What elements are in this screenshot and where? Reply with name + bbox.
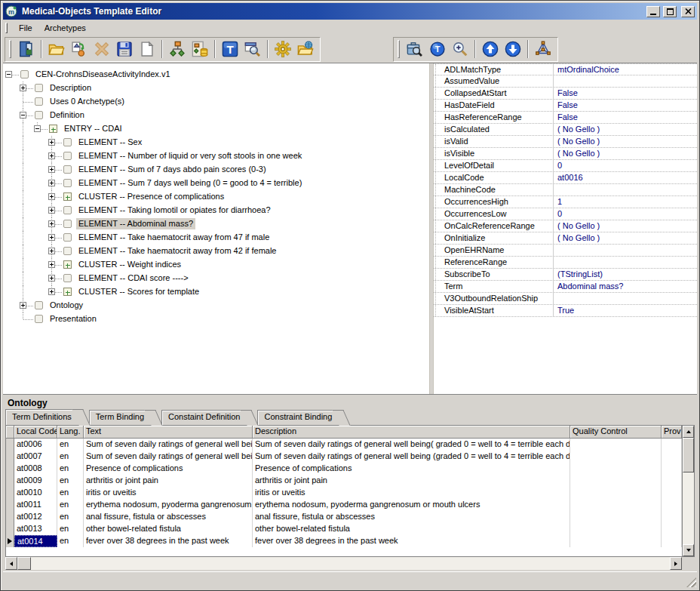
cell-lang[interactable]: en (57, 511, 84, 523)
tree-item-label[interactable]: ELEMENT -- Number of liquid or very soft… (76, 150, 304, 162)
collapse-icon[interactable] (20, 112, 26, 119)
table-row[interactable]: at0014enfever over 38 degrees in the pas… (6, 535, 682, 547)
zoom-in-button[interactable] (449, 38, 471, 60)
cell-quality-control[interactable] (570, 499, 662, 511)
tree-item[interactable]: ELEMENT -- Take haematocrit away from 42… (3, 245, 429, 258)
column-header-quality-control[interactable]: Quality Control (570, 426, 662, 439)
collapse-icon[interactable] (34, 125, 41, 132)
item-checkbox[interactable] (63, 179, 72, 187)
cell-text[interactable]: other bowel-related fistula (84, 523, 253, 535)
property-value[interactable]: False (554, 100, 697, 111)
cell-description[interactable]: Presence of complications (253, 463, 570, 475)
table-row[interactable]: at0010eniritis or uveitisiritis or uveit… (6, 487, 682, 499)
tree-item-label[interactable]: Definition (48, 109, 87, 121)
property-value[interactable]: mtOrdinalChoice (554, 64, 697, 75)
cell-lang[interactable]: en (57, 535, 84, 547)
maximize-button[interactable] (663, 6, 677, 17)
column-header-description[interactable]: Description (253, 426, 570, 439)
close-button[interactable] (681, 6, 695, 17)
expand-icon[interactable] (48, 180, 55, 186)
cell-description[interactable]: Sum of seven daily ratings of general we… (253, 439, 570, 451)
band-grip[interactable] (398, 40, 400, 58)
property-value[interactable] (554, 245, 697, 256)
cell-quality-control[interactable] (570, 535, 662, 547)
cell-prov[interactable] (662, 499, 682, 511)
cell-quality-control[interactable] (570, 463, 662, 475)
cell-text[interactable]: erythema nodosum, pyoderma gangrenosum o… (84, 499, 253, 511)
tree-data-button[interactable] (189, 38, 211, 60)
cell-text[interactable]: anal fissure, fistula or abscesses (84, 511, 253, 523)
tree-item-label[interactable]: ELEMENT -- Sum of 7 days abdo pain score… (76, 164, 269, 175)
cell-local-code[interactable]: at0007 (14, 451, 57, 463)
tree-item[interactable]: Presentation (3, 312, 429, 326)
tree-item[interactable]: ELEMENT -- CDAI score ----> (3, 272, 429, 285)
collapse-icon[interactable] (5, 71, 12, 78)
cell-lang[interactable]: en (57, 487, 84, 499)
tree-item[interactable]: CLUSTER -- Scores for template (3, 285, 429, 299)
tree-item[interactable]: CEN-CrohnsDiseaseActivityIndex.v1 (3, 68, 429, 82)
property-value[interactable]: True (554, 305, 697, 316)
cell-lang[interactable]: en (57, 523, 84, 535)
expand-icon[interactable] (48, 166, 55, 173)
tab-term-binding[interactable]: Term Binding (89, 410, 155, 425)
property-value[interactable]: 0 (554, 208, 697, 220)
tree-view-button[interactable] (166, 38, 189, 60)
find-term-button[interactable] (241, 38, 264, 60)
cell-description[interactable]: iritis or uveitis (253, 487, 570, 499)
cell-text[interactable]: iritis or uveitis (84, 487, 253, 499)
expand-icon[interactable] (48, 288, 55, 295)
tree-item-label[interactable]: CLUSTER -- Presence of complications (76, 191, 226, 202)
save-button[interactable] (113, 38, 136, 60)
tree-item[interactable]: ELEMENT -- Abdominal mass? (3, 217, 429, 231)
open-remote-button[interactable] (294, 38, 317, 60)
cell-quality-control[interactable] (570, 475, 662, 487)
tree-item[interactable]: Definition (3, 109, 429, 122)
tree-item-label[interactable]: ELEMENT -- Abdominal mass? (76, 218, 195, 229)
item-checkbox[interactable] (63, 220, 72, 228)
expand-icon[interactable] (48, 193, 55, 200)
item-checkbox[interactable] (63, 152, 72, 160)
item-checkbox[interactable] (20, 70, 29, 78)
item-checkbox[interactable] (63, 274, 72, 282)
cell-lang[interactable]: en (57, 439, 84, 451)
cell-text[interactable]: Sum of seven daily ratings of general we… (84, 451, 253, 463)
cell-text[interactable]: fever over 38 degrees in the past week (84, 535, 253, 547)
cell-local-code[interactable]: at0008 (14, 463, 57, 475)
item-checkbox[interactable] (35, 97, 43, 106)
table-row[interactable]: at0011enerythema nodosum, pyoderma gangr… (6, 499, 682, 511)
horizontal-scroll-track[interactable] (31, 557, 670, 570)
expand-icon[interactable] (48, 261, 55, 268)
table-row[interactable]: at0006enSum of seven daily ratings of ge… (6, 439, 682, 451)
cell-text[interactable]: Presence of complications (84, 463, 253, 475)
tree-item-label[interactable]: Uses 0 Archetype(s) (48, 96, 127, 107)
new-document-button[interactable] (136, 38, 158, 60)
cell-quality-control[interactable] (570, 487, 662, 499)
tree-item[interactable]: ELEMENT -- Sum 7 days well being (0 = go… (3, 177, 429, 190)
graph-view-button[interactable] (532, 38, 554, 60)
cell-local-code[interactable]: at0009 (14, 475, 57, 487)
cell-description[interactable]: arthritis or joint pain (253, 475, 570, 487)
column-header-lang-[interactable]: Lang. (57, 426, 84, 439)
tree-item[interactable]: ELEMENT -- Take haematocrit away from 47… (3, 231, 429, 245)
minimize-button[interactable] (646, 6, 660, 17)
import-archetype-button[interactable] (68, 38, 91, 60)
cell-local-code[interactable]: at0006 (14, 439, 57, 451)
tree-item-label[interactable]: ELEMENT -- Take haematocrit away from 47… (76, 232, 272, 243)
table-row[interactable]: at0009enarthritis or joint painarthritis… (6, 475, 682, 487)
exit-button[interactable] (15, 38, 38, 60)
item-checkbox[interactable] (35, 84, 43, 92)
tree-item[interactable]: ENTRY -- CDAI (3, 122, 429, 136)
cell-prov[interactable] (662, 463, 682, 475)
expand-icon[interactable] (48, 234, 55, 241)
cell-description[interactable]: erythema nodosum, pyoderma gangrenosum o… (253, 499, 570, 511)
tree-item-label[interactable]: ELEMENT -- Take haematocrit away from 42… (76, 245, 278, 257)
menu-grip[interactable] (5, 23, 8, 33)
vertical-scrollbar[interactable] (682, 426, 694, 556)
expand-icon[interactable] (48, 220, 55, 227)
cell-description[interactable]: other bowel-related fistula (253, 523, 570, 535)
cell-prov[interactable] (662, 523, 682, 535)
property-value[interactable]: Abdominal mass? (554, 281, 697, 292)
expand-icon[interactable] (48, 152, 55, 159)
vertical-scroll-track[interactable] (683, 472, 694, 544)
property-value[interactable]: False (554, 112, 697, 123)
